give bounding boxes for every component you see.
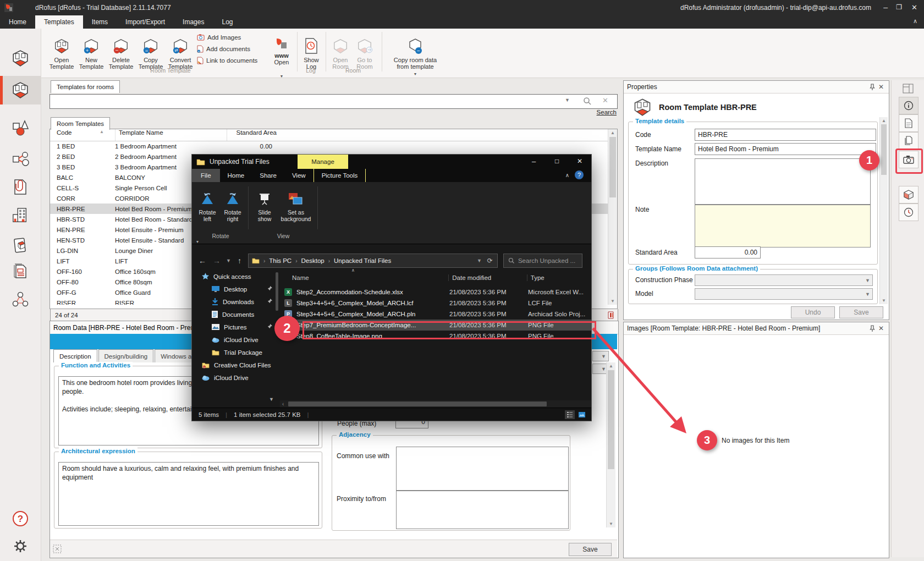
proximity-textarea[interactable] (396, 491, 569, 529)
column-type[interactable]: Type (527, 274, 588, 281)
properties-save-button[interactable]: Save (839, 306, 883, 318)
thumbnail-view-icon[interactable] (577, 410, 587, 419)
description-textarea[interactable] (695, 158, 871, 205)
room-data-vertical-scrollbar[interactable]: ▲ ▼ (606, 362, 615, 527)
explorer-titlebar[interactable]: Unpacked Trial Files Manage – □ ✕ (192, 155, 591, 169)
sidebar-item-relations[interactable] (0, 285, 41, 314)
explorer-tab-picture-tools[interactable]: Picture Tools (314, 169, 366, 182)
rotate-right-button[interactable]: Rotate right (221, 185, 245, 222)
sidebar-item-quick-access[interactable]: Quick access (192, 270, 280, 283)
documents-list-button[interactable] (899, 132, 919, 150)
sidebar-item-trial-package[interactable]: Trial Package (192, 346, 280, 359)
tab-log[interactable]: Log (213, 15, 241, 29)
back-icon[interactable]: ← (199, 256, 206, 265)
breadcrumb-desktop[interactable]: Desktop (301, 257, 324, 264)
undo-button[interactable]: Undo (791, 306, 835, 318)
search-icon[interactable] (583, 97, 592, 106)
scroll-up-icon[interactable]: ▲ (880, 117, 888, 124)
sidebar-item-downloads[interactable]: Downloads (192, 295, 280, 308)
copy-room-data-button[interactable]: − Copy room data from template ▼ (385, 31, 446, 78)
room-data-save-button[interactable]: Save (569, 543, 612, 556)
scroll-down-icon[interactable]: ▼ (880, 297, 888, 304)
open-room-button[interactable]: Open Room (329, 31, 352, 70)
copy-template-button[interactable]: = Copy Template (136, 31, 165, 70)
explorer-tab-share[interactable]: Share (252, 169, 284, 182)
properties-doc-button[interactable] (899, 114, 919, 132)
settings-button[interactable] (0, 532, 41, 560)
close-panel-icon[interactable]: ✕ (877, 82, 886, 91)
explorer-help-icon[interactable]: ? (575, 170, 584, 179)
explorer-search-box[interactable]: Search Unpacked ... (503, 254, 582, 268)
scroll-up-icon[interactable]: ▲ (607, 362, 615, 370)
expand-ribbon-icon[interactable]: ∧ (565, 172, 569, 178)
help-button[interactable]: ? (0, 504, 41, 533)
layout-panels-icon[interactable] (903, 84, 914, 94)
tab-templates[interactable]: Templates (35, 15, 83, 29)
scroll-down-icon[interactable]: ▼ (608, 298, 617, 305)
sidebar-scrollbar[interactable] (276, 272, 278, 311)
forward-icon[interactable]: → (213, 256, 221, 265)
sidebar-item-buildings[interactable] (0, 201, 41, 229)
template-row-1-bed[interactable]: 1 BED1 Bedroom Apartment0.00 (50, 141, 608, 151)
collapse-ribbon-icon[interactable]: ∧ (913, 18, 917, 25)
sidebar-item-items[interactable] (0, 114, 41, 142)
minimize-button[interactable]: – (883, 3, 888, 12)
tab-design-building[interactable]: Design/building (98, 349, 154, 362)
tab-import-export[interactable]: Import/Export (117, 15, 174, 29)
sidebar-item-reports[interactable] (0, 257, 41, 285)
slide-show-button[interactable]: Slide show (252, 185, 277, 222)
sidebar-item-documents[interactable]: Documents (192, 308, 280, 321)
select-region-icon[interactable] (53, 544, 62, 553)
www-open-button[interactable]: www Open ▼ (270, 31, 294, 80)
file-row[interactable]: LStep3+4+5+6_Complex_Model_ARCH.lcf21/08… (280, 298, 591, 309)
sidebar-item-icloud-drive[interactable]: iCloud Drive (192, 371, 280, 384)
open-template-button[interactable]: Open Template (47, 31, 76, 70)
clear-search-icon[interactable]: ✕ (602, 96, 608, 105)
convert-template-button[interactable]: ⇄ Convert Template (166, 31, 195, 70)
sidebar-item-room-templates[interactable] (0, 76, 41, 105)
manage-contextual-tab[interactable]: Manage (298, 155, 348, 169)
model-combo[interactable]: ▼ (695, 288, 873, 300)
sidebar-item-item-groups[interactable] (0, 145, 41, 173)
construction-phase-combo[interactable]: ▼ (695, 274, 873, 286)
minimize-ribbon-icon[interactable]: ▾ (196, 239, 199, 244)
explorer-maximize-button[interactable]: □ (555, 157, 559, 165)
tab-items[interactable]: Items (83, 15, 117, 29)
recent-locations-icon[interactable]: ▼ (226, 258, 231, 263)
explorer-close-button[interactable]: ✕ (577, 157, 582, 165)
refresh-icon[interactable]: ⟳ (487, 257, 493, 265)
goto-room-button[interactable]: Go to Room (353, 31, 376, 70)
note-textarea[interactable] (695, 205, 871, 248)
set-background-button[interactable]: Set as background (279, 185, 313, 222)
model-3d-button[interactable] (899, 186, 919, 204)
templates-for-rooms-tab[interactable]: Templates for rooms (51, 80, 120, 93)
architectural-expression-textarea[interactable]: Room should have a luxurious, calm and r… (58, 462, 319, 526)
up-icon[interactable]: ↑ (238, 256, 241, 265)
tab-description[interactable]: Description (53, 349, 97, 362)
close-panel-icon[interactable]: ✕ (877, 324, 886, 333)
explorer-tab-file[interactable]: File (192, 169, 220, 182)
link-documents-button[interactable]: Link to documents (197, 55, 265, 66)
close-button[interactable]: ✕ (911, 3, 917, 12)
column-header-standard-area[interactable]: Standard Area (227, 129, 277, 141)
sidebar-item-icloud-drive[interactable]: iCloud Drive (192, 333, 280, 346)
add-documents-button[interactable]: + Add documents (197, 43, 265, 54)
details-view-icon[interactable] (565, 410, 575, 419)
templates-vertical-scrollbar[interactable]: ▲ ▼ (608, 129, 617, 305)
address-dropdown-icon[interactable]: ▼ (477, 258, 482, 263)
sidebar-item-creative-cloud-files[interactable]: CcCreative Cloud Files (192, 359, 280, 371)
explorer-tab-home[interactable]: Home (220, 169, 252, 182)
info-panel-button[interactable] (899, 97, 919, 114)
add-images-button[interactable]: Add Images (197, 32, 265, 43)
code-input[interactable]: HBR-PRE (695, 129, 876, 141)
hidden-combo-1[interactable]: ▼ (592, 351, 609, 361)
file-row[interactable]: PStep3+4+5+6_Complex_Model_ARCH.pln21/08… (280, 309, 591, 320)
common-use-textarea[interactable] (396, 447, 569, 491)
report-pages-icon[interactable] (607, 311, 616, 320)
delete-template-button[interactable]: − Delete Template (107, 31, 135, 70)
breadcrumb-folder[interactable]: Unpacked Trial Files (334, 257, 391, 264)
properties-scrollbar[interactable]: ▲ ▼ (879, 117, 888, 304)
explorer-minimize-button[interactable]: – (532, 157, 536, 166)
sidebar-item-attachments[interactable] (0, 173, 41, 201)
restore-button[interactable]: ❐ (896, 3, 902, 11)
